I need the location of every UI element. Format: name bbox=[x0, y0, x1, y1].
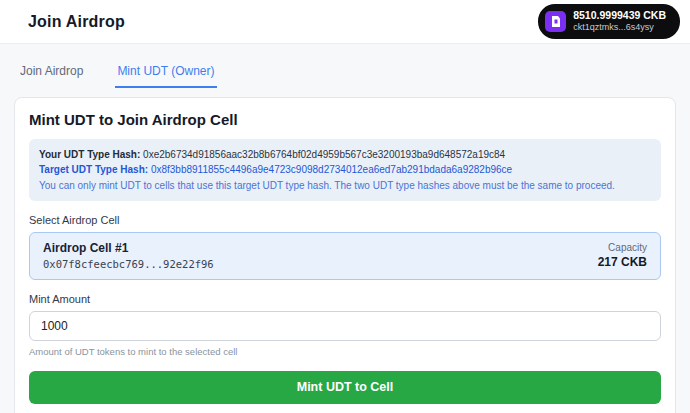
target-udt-type-hash-label: Target UDT Type Hash: bbox=[39, 164, 148, 175]
hash-match-note: You can only mint UDT to cells that use … bbox=[39, 178, 651, 193]
card-title: Mint UDT to Join Airdrop Cell bbox=[29, 111, 661, 128]
tab-join-airdrop[interactable]: Join Airdrop bbox=[18, 60, 85, 88]
airdrop-cell-capacity: Capacity 217 CKB bbox=[598, 242, 647, 269]
capacity-value: 217 CKB bbox=[598, 255, 647, 269]
mint-amount-input[interactable] bbox=[29, 311, 661, 341]
your-udt-type-hash-value: 0xe2b6734d91856aac32b8b6764bf02d4959b567… bbox=[143, 149, 505, 160]
target-udt-type-hash-value: 0x8f3bb8911855c4496a9e4723c9098d2734012e… bbox=[151, 164, 512, 175]
wallet-badge[interactable]: 8510.9999439 CKB ckt1qztmks...6s4ysy bbox=[538, 4, 680, 38]
mint-amount-label: Mint Amount bbox=[29, 293, 661, 305]
wallet-info: 8510.9999439 CKB ckt1qztmks...6s4ysy bbox=[573, 9, 666, 33]
wallet-address: ckt1qztmks...6s4ysy bbox=[573, 22, 666, 33]
mint-udt-to-cell-button[interactable]: Mint UDT to Cell bbox=[29, 371, 661, 404]
airdrop-cell-option[interactable]: Airdrop Cell #1 0x07f8cfeecbc769...92e22… bbox=[29, 232, 661, 280]
wallet-balance: 8510.9999439 CKB bbox=[573, 9, 666, 22]
wallet-icon bbox=[545, 11, 566, 32]
your-udt-type-hash-label: Your UDT Type Hash: bbox=[39, 149, 140, 160]
capacity-label: Capacity bbox=[598, 242, 647, 253]
page-title: Join Airdrop bbox=[28, 13, 125, 31]
mint-amount-helper: Amount of UDT tokens to mint to the sele… bbox=[29, 346, 661, 357]
udt-hash-info-box: Your UDT Type Hash: 0xe2b6734d91856aac32… bbox=[29, 139, 661, 201]
mint-udt-card: Mint UDT to Join Airdrop Cell Your UDT T… bbox=[14, 97, 676, 413]
target-udt-type-hash-line: Target UDT Type Hash: 0x8f3bb8911855c449… bbox=[39, 162, 651, 177]
airdrop-cell-info: Airdrop Cell #1 0x07f8cfeecbc769...92e22… bbox=[43, 241, 214, 270]
header: Join Airdrop 8510.9999439 CKB ckt1qztmks… bbox=[0, 0, 690, 44]
tab-bar: Join Airdrop Mint UDT (Owner) bbox=[0, 44, 690, 88]
your-udt-type-hash-line: Your UDT Type Hash: 0xe2b6734d91856aac32… bbox=[39, 147, 651, 162]
airdrop-cell-outpoint: 0x07f8cfeecbc769...92e22f96 bbox=[43, 258, 214, 270]
select-airdrop-cell-label: Select Airdrop Cell bbox=[29, 214, 661, 226]
airdrop-cell-name: Airdrop Cell #1 bbox=[43, 241, 214, 255]
tab-mint-udt-owner[interactable]: Mint UDT (Owner) bbox=[115, 60, 216, 88]
